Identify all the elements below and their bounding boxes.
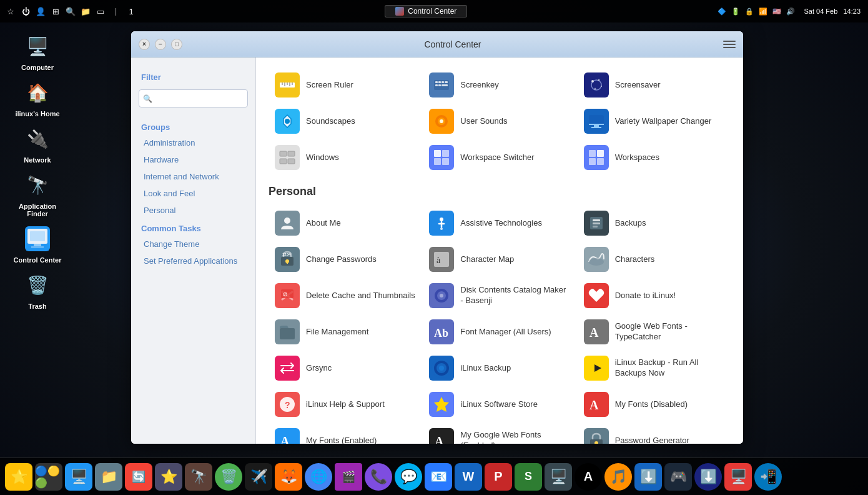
dock-anydesk[interactable]: 🖥️ <box>724 463 752 491</box>
files-icon[interactable]: 📁 <box>80 6 91 17</box>
sidebar-item-changetheme[interactable]: Change Theme <box>131 236 255 252</box>
sidebar-item-personal[interactable]: Personal <box>131 202 255 219</box>
dock-presentation[interactable]: P <box>485 463 512 491</box>
dock-clapper[interactable]: 🎬 <box>335 463 362 491</box>
desktop-icon-controlcenter[interactable]: Control Center <box>12 224 62 264</box>
item-workspace-switcher[interactable]: Workspace Switcher <box>423 140 576 175</box>
item-ilinux-backup-run[interactable]: iLinux Backup - Run All Backups Now <box>578 351 731 386</box>
item-delete-cache[interactable]: ∅ Delete Cache and Thumbnails <box>269 278 422 313</box>
search-icon[interactable]: 🔍 <box>65 6 76 17</box>
item-variety-wallpaper[interactable]: Variety Wallpaper Changer <box>578 104 731 139</box>
star-icon[interactable]: ☆ <box>5 6 16 17</box>
minimize-button[interactable]: − <box>155 39 166 50</box>
item-font-manager[interactable]: Ab Font Manager (All Users) <box>423 314 576 349</box>
dock-balls[interactable]: 🔵🟡🟢 <box>35 463 62 491</box>
item-workspaces[interactable]: Workspaces <box>578 140 731 175</box>
dock-trash2[interactable]: 🗑️ <box>215 463 242 491</box>
dock-spreadsheet[interactable]: S <box>515 463 542 491</box>
characters-label: Characters <box>615 254 655 265</box>
dock-monitor[interactable]: 🖥️ <box>65 463 92 491</box>
desktop-icon-trash[interactable]: 🗑️ Trash <box>12 270 62 310</box>
item-ilinux-store[interactable]: iLinux Software Store <box>423 387 576 422</box>
volume-icon[interactable]: 🔊 <box>786 8 795 16</box>
dock-star[interactable]: ⭐ <box>5 463 32 491</box>
flag-icon[interactable]: 🇺🇸 <box>772 8 781 16</box>
lock-icon[interactable]: 🔒 <box>745 8 754 16</box>
dock-writer[interactable]: W <box>455 463 482 491</box>
item-ilinux-backup[interactable]: iLinux Backup <box>423 351 576 386</box>
dock-vlc[interactable]: 🎵 <box>604 463 632 491</box>
dock-skype[interactable]: 💬 <box>395 463 422 491</box>
item-about-me[interactable]: About Me <box>269 206 422 241</box>
active-window-button[interactable]: Control Center <box>385 5 467 18</box>
dock-steam[interactable]: 🎮 <box>664 463 692 491</box>
item-screensaver[interactable]: Screensaver <box>578 68 731 102</box>
battery-icon[interactable]: 🔋 <box>731 8 740 16</box>
svg-rect-3 <box>30 231 45 241</box>
item-change-passwords[interactable]: 1234 Change Passwords <box>269 242 422 277</box>
item-my-fonts-enabled[interactable]: A My Fonts (Enabled) <box>269 423 422 444</box>
desktop-icon-home[interactable]: 🏠 ilinux's Home <box>12 78 62 118</box>
menu-icon[interactable] <box>723 38 736 51</box>
item-user-sounds[interactable]: User Sounds <box>423 104 576 139</box>
dock-screen[interactable]: 🖥️ <box>545 463 572 491</box>
dock-files[interactable]: 📁 <box>95 463 122 491</box>
item-screenkey[interactable]: Screenkey <box>423 68 576 102</box>
item-my-fonts-disabled[interactable]: A My Fonts (Disabled) <box>578 387 731 422</box>
svg-rect-42 <box>280 151 287 156</box>
svg-rect-85 <box>280 328 295 339</box>
item-disk-catalog[interactable]: Disk Contents Catalog Maker - Basenji <box>423 278 576 313</box>
item-screen-ruler[interactable]: Screen Ruler <box>269 68 422 102</box>
dock-binoculars[interactable]: 🔭 <box>185 463 212 491</box>
dock-star2[interactable]: ⭐ <box>155 463 182 491</box>
dock-qbittorrent[interactable]: ⬇️ <box>694 463 722 491</box>
user-icon[interactable]: 👤 <box>35 6 46 17</box>
sidebar-item-hardware[interactable]: Hardware <box>131 151 255 168</box>
maximize-button[interactable]: □ <box>171 39 182 50</box>
item-backups[interactable]: Backups <box>578 206 731 241</box>
item-grsync[interactable]: Grsync <box>269 351 422 386</box>
dock-toggle[interactable]: 🔄 <box>125 463 152 491</box>
item-soundscapes[interactable]: Soundscapes <box>269 104 422 139</box>
dock-email[interactable]: 📧 <box>425 463 452 491</box>
desktop-icon-computer[interactable]: 🖥️ Computer <box>12 31 62 71</box>
item-google-fonts[interactable]: A Google Web Fonts - TypeCatcher <box>578 314 731 349</box>
dock-viber[interactable]: 📞 <box>365 463 392 491</box>
desktop-icon-network[interactable]: 🔌 Network <box>12 124 62 164</box>
item-ilinux-help[interactable]: ? iLinux Help & Support <box>269 387 422 422</box>
sidebar-item-lookandfeel[interactable]: Look and Feel <box>131 185 255 202</box>
item-google-web-fonts[interactable]: A My Google Web Fonts (Enabled) <box>423 423 576 444</box>
dock-plane[interactable]: ✈️ <box>245 463 272 491</box>
item-windows[interactable]: Windows <box>269 140 422 175</box>
item-donate[interactable]: Donate to iLinux! <box>578 278 731 313</box>
item-file-management[interactable]: File Management <box>269 314 422 349</box>
search-input[interactable] <box>139 89 248 108</box>
dock-amazon[interactable]: A <box>575 463 602 491</box>
dock-chrome[interactable]: 🌐 <box>305 463 332 491</box>
power-icon[interactable]: ⏻ <box>20 6 31 17</box>
taskbar-left: ☆ ⏻ 👤 ⊞ 🔍 📁 ▭ | 1 <box>0 6 142 17</box>
desktop-icon-appfinder[interactable]: 🔭 Application Finder <box>12 170 62 218</box>
sidebar-item-preferredapps[interactable]: Set Preferred Applications <box>131 252 255 269</box>
bluetooth-icon[interactable]: 🔷 <box>718 8 726 16</box>
workspace-number[interactable]: 1 <box>126 6 137 17</box>
dock-firefox[interactable]: 🦊 <box>275 463 302 491</box>
item-assistive-tech[interactable]: Assistive Technologies <box>423 206 576 241</box>
dock-teamviewer[interactable]: 📲 <box>754 463 782 491</box>
svg-rect-16 <box>438 81 441 83</box>
ilinux-backup-label: iLinux Backup <box>460 363 511 374</box>
dock-torrent[interactable]: ⬇️ <box>634 463 662 491</box>
window-title: Control Center <box>182 39 723 49</box>
grsync-icon <box>275 356 300 381</box>
item-characters[interactable]: Characters <box>578 242 731 277</box>
sidebar-item-administration[interactable]: Administration <box>131 134 255 151</box>
item-password-generator[interactable]: Password Generator <box>578 423 731 444</box>
close-button[interactable]: × <box>139 39 150 50</box>
character-map-label: Character Map <box>460 254 514 265</box>
sidebar-item-internet[interactable]: Internet and Network <box>131 168 255 185</box>
item-character-map[interactable]: à Character Map <box>423 242 576 277</box>
terminal-icon[interactable]: ▭ <box>95 6 106 17</box>
signal-icon[interactable]: 📶 <box>759 8 767 16</box>
apps-icon[interactable]: ⊞ <box>50 6 61 17</box>
computer-label: Computer <box>21 64 54 71</box>
